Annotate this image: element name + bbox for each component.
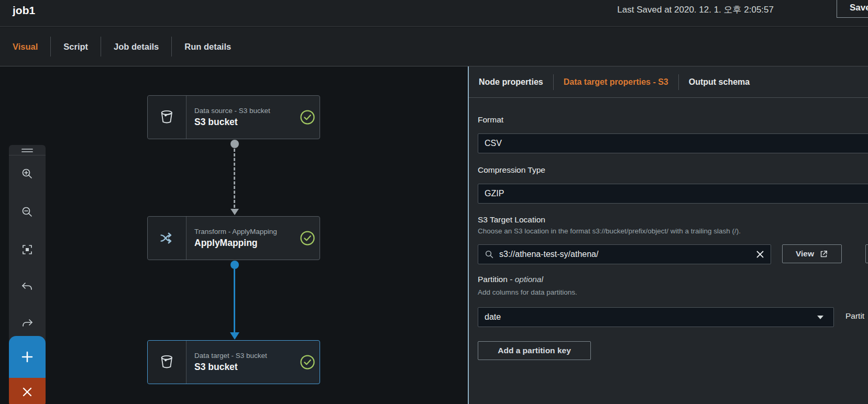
format-label: Format	[478, 115, 503, 125]
connector-solid-line	[234, 269, 235, 332]
graph-canvas[interactable]: Data source - S3 bucket S3 bucket Transf…	[0, 66, 468, 404]
cut-off-button[interactable]	[865, 244, 868, 263]
search-icon	[485, 250, 494, 259]
dropdown-caret-icon	[817, 315, 824, 320]
undo-icon	[21, 282, 34, 294]
partition-key-dropdown[interactable]: date	[478, 307, 834, 327]
apply-mapping-shuffle-icon	[148, 217, 186, 260]
zoom-in-icon	[21, 167, 34, 180]
status-valid-icon	[295, 217, 320, 260]
clear-input-button[interactable]	[756, 250, 764, 259]
partition-label-text: Partition -	[478, 275, 515, 284]
tab-output-schema[interactable]: Output schema	[689, 77, 750, 87]
zoom-in-button[interactable]	[9, 162, 46, 185]
undo-button[interactable]	[9, 276, 46, 299]
partition-side-label: Partit	[845, 311, 864, 321]
format-value: CSV	[485, 139, 502, 148]
connector-arrowhead	[230, 332, 239, 340]
node-name: S3 bucket	[194, 117, 295, 128]
job-title: job1	[13, 4, 35, 17]
fit-to-view-button[interactable]	[9, 238, 46, 261]
add-partition-key-label: Add a partition key	[498, 346, 571, 355]
canvas-toolbar	[9, 145, 46, 404]
tab-separator	[553, 74, 554, 90]
status-valid-icon	[295, 341, 320, 384]
redo-button[interactable]	[9, 313, 46, 336]
s3-location-value: s3://athena-test-sy/athena/	[499, 250, 756, 259]
tab-separator	[171, 37, 172, 57]
last-saved-text: Last Saved at 2020. 12. 1. 오후 2:05:57	[617, 4, 774, 16]
redo-icon	[21, 318, 34, 331]
add-node-button[interactable]	[9, 336, 46, 378]
tab-script[interactable]: Script	[63, 42, 88, 52]
panel-tabs: Node properties Data target properties -…	[469, 66, 868, 98]
connector-port-dot	[230, 261, 239, 269]
compression-type-label: Compression Type	[478, 165, 545, 175]
connector-dashed-line	[234, 149, 235, 208]
add-partition-key-button[interactable]: Add a partition key	[478, 341, 591, 360]
view-button-label: View	[796, 249, 814, 259]
tab-separator	[678, 74, 679, 90]
s3-bucket-icon	[148, 96, 186, 139]
partition-description: Add columns for data partitions.	[478, 288, 577, 296]
s3-target-location-label: S3 Target Location	[478, 215, 545, 225]
clear-x-icon	[756, 250, 764, 259]
job-tabs: Visual Script Job details Run details	[0, 27, 868, 66]
node-type-label: Data source - S3 bucket	[194, 107, 295, 115]
plus-icon	[20, 350, 35, 364]
node-name: S3 bucket	[194, 362, 295, 373]
partition-label: Partition - optional	[478, 275, 543, 284]
tab-separator	[50, 37, 51, 57]
compression-type-select[interactable]: GZIP	[478, 184, 868, 204]
tab-node-properties[interactable]: Node properties	[479, 77, 543, 87]
node-data-target[interactable]: Data target - S3 bucket S3 bucket	[147, 340, 320, 384]
s3-target-location-description: Choose an S3 location in the format s3:/…	[478, 227, 741, 235]
node-transform-applymapping[interactable]: Transform - ApplyMapping ApplyMapping	[147, 216, 320, 260]
partition-optional-text: optional	[515, 275, 543, 284]
zoom-out-button[interactable]	[9, 200, 46, 223]
connector-port-dot	[230, 140, 239, 148]
drag-handle-icon	[20, 148, 34, 153]
node-name: ApplyMapping	[194, 238, 295, 249]
compression-value: GZIP	[485, 189, 504, 198]
connector-arrowhead	[230, 209, 239, 215]
view-button[interactable]: View	[782, 244, 842, 263]
s3-location-input[interactable]: s3://athena-test-sy/athena/	[478, 244, 771, 264]
tab-separator	[101, 37, 101, 57]
glue-studio-job-editor: job1 Last Saved at 2020. 12. 1. 오후 2:05:…	[0, 0, 868, 404]
close-icon	[21, 386, 33, 398]
close-button[interactable]	[9, 378, 46, 404]
format-select[interactable]: CSV	[478, 133, 868, 153]
node-type-label: Data target - S3 bucket	[194, 352, 295, 360]
top-bar: job1 Last Saved at 2020. 12. 1. 오후 2:05:…	[0, 0, 868, 27]
zoom-out-icon	[21, 206, 34, 218]
properties-panel: Node properties Data target properties -…	[469, 66, 868, 404]
tab-visual[interactable]: Visual	[13, 42, 38, 52]
external-link-icon	[819, 250, 828, 259]
save-button[interactable]: Save	[837, 0, 868, 18]
s3-bucket-icon	[148, 341, 186, 384]
tab-job-details[interactable]: Job details	[114, 42, 159, 52]
tab-run-details[interactable]: Run details	[184, 42, 231, 52]
toolbar-drag-handle[interactable]	[9, 145, 46, 155]
tab-data-target-properties[interactable]: Data target properties - S3	[564, 77, 668, 87]
node-type-label: Transform - ApplyMapping	[194, 228, 295, 235]
partition-key-value: date	[485, 312, 817, 322]
fit-view-icon	[21, 243, 34, 256]
status-valid-icon	[295, 96, 320, 139]
node-data-source[interactable]: Data source - S3 bucket S3 bucket	[147, 95, 320, 139]
